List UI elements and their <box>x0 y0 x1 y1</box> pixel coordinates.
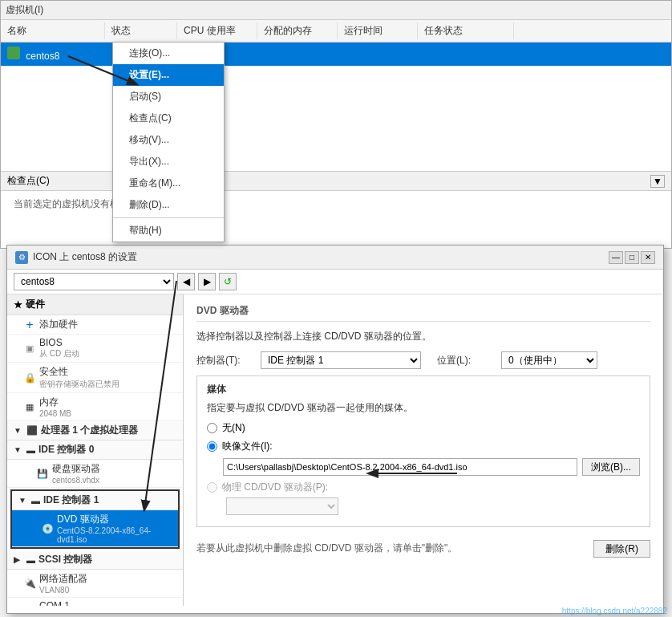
radio-none-label: 无(N) <box>222 421 245 435</box>
radio-iso[interactable] <box>207 441 217 452</box>
dvd-section-title: DVD 驱动器 <box>196 304 650 322</box>
controller-label: 控制器(T): <box>196 354 253 367</box>
hw-processor-content: 处理器 1 个虚拟处理器 <box>41 424 138 437</box>
menu-help[interactable]: 帮助(H) <box>113 220 224 242</box>
ide0-label: IDE 控制器 0 <box>38 443 94 457</box>
iso-path-row: 浏览(B)... <box>223 458 640 476</box>
ide1-expand-icon: ▼ <box>18 496 28 505</box>
expand-icon: ▼ <box>14 426 23 435</box>
media-title: 媒体 <box>207 383 640 396</box>
media-section: 媒体 指定要与虚拟 CD/DVD 驱动器一起使用的媒体。 无(N) 映像文件(I… <box>196 375 650 527</box>
hw-ide0-group[interactable]: ▼ ▬ IDE 控制器 0 <box>7 440 183 460</box>
dialog-title-area: ⚙ ICON 上 centos8 的设置 <box>15 250 137 264</box>
hw-processor-group[interactable]: ▼ ⬛ 处理器 1 个虚拟处理器 <box>7 421 183 440</box>
scsi-expand-icon: ▶ <box>14 555 23 564</box>
col-time: 运行时间 <box>338 22 418 39</box>
vm-task-cell <box>418 53 514 56</box>
radio-physical-label: 物理 CD/DVD 驱动器(P): <box>222 481 328 494</box>
hw-hdd[interactable]: 💾 硬盘驱动器 centos8.vhdx <box>7 460 183 488</box>
menu-start[interactable]: 启动(S) <box>113 86 224 108</box>
ide1-highlighted-box: ▼ ▬ IDE 控制器 1 💿 DVD 驱动器 CentOS-8.2.2004-… <box>10 489 180 549</box>
vm-time-cell <box>338 53 418 56</box>
vm-name-cell: centos8 <box>1 45 105 63</box>
browse-btn[interactable]: 浏览(B)... <box>582 458 640 476</box>
menu-settings[interactable]: 设置(E)... <box>113 64 224 86</box>
prev-btn[interactable]: ◀ <box>177 273 195 290</box>
hw-security[interactable]: 🔒 安全性 密钥存储驱动器已禁用 <box>7 363 183 393</box>
menu-move[interactable]: 移动(V)... <box>113 129 224 151</box>
checkpoint-title: 检查点(C) ▼ <box>1 172 671 191</box>
position-select[interactable]: 0（使用中） <box>501 351 597 369</box>
radio-none[interactable] <box>207 423 217 433</box>
hw-com1-content: COM 1 无 <box>39 600 70 606</box>
menu-delete[interactable]: 删除(D)... <box>113 194 224 216</box>
vm-row[interactable]: centos8 <box>1 43 671 66</box>
position-label: 位置(L): <box>437 354 493 367</box>
net-icon: 🔌 <box>23 577 36 590</box>
hw-memory-content: 内存 2048 MB <box>39 396 71 418</box>
media-desc: 指定要与虚拟 CD/DVD 驱动器一起使用的媒体。 <box>207 401 640 415</box>
settings-dialog: ⚙ ICON 上 centos8 的设置 — □ ✕ centos8 ◀ ▶ ↺… <box>6 245 664 614</box>
dialog-title: ICON 上 centos8 的设置 <box>33 250 137 264</box>
menu-connect[interactable]: 连接(O)... <box>113 43 224 64</box>
hw-net-content: 网络适配器 VLAN80 <box>39 572 87 595</box>
checkpoint-content: 当前选定的虚拟机没有检查点。 <box>1 191 671 217</box>
checkpoint-section: 检查点(C) ▼ 当前选定的虚拟机没有检查点。 <box>1 171 671 243</box>
iso-path-input[interactable] <box>223 458 577 476</box>
physical-drive-select[interactable] <box>226 497 338 515</box>
minimize-btn[interactable]: — <box>609 251 623 264</box>
hw-com1[interactable]: 🔧 COM 1 无 <box>7 598 183 606</box>
radio-physical[interactable] <box>207 482 217 493</box>
hw-hdd-content: 硬盘驱动器 centos8.vhdx <box>52 462 100 485</box>
window-controls: — □ ✕ <box>609 251 655 264</box>
maximize-btn[interactable]: □ <box>625 251 639 264</box>
hw-scsi-group[interactable]: ▶ ▬ SCSI 控制器 <box>7 550 183 570</box>
refresh-btn[interactable]: ↺ <box>219 273 237 290</box>
manager-title: 虚拟机(I) <box>6 3 43 17</box>
ide1-label: IDE 控制器 1 <box>43 493 99 507</box>
bottom-row: 若要从此虚拟机中删除虚拟 CD/DVD 驱动器，请单击"删除"。 删除(R) <box>196 534 650 563</box>
hw-bios[interactable]: ▣ BIOS 从 CD 启动 <box>7 335 183 363</box>
col-cpu: CPU 使用率 <box>177 22 257 39</box>
hw-security-content: 安全性 密钥存储驱动器已禁用 <box>39 365 119 390</box>
controller-row: 控制器(T): IDE 控制器 1 位置(L): 0（使用中） <box>196 351 650 369</box>
context-menu[interactable]: 连接(O)... 设置(E)... 启动(S) 检查点(C) 移动(V)... … <box>112 42 225 242</box>
radio-iso-row: 映像文件(I): <box>207 440 640 453</box>
bottom-note: 若要从此虚拟机中删除虚拟 CD/DVD 驱动器，请单击"删除"。 <box>196 542 457 555</box>
scsi-icon: ▬ <box>26 555 35 565</box>
vm-dropdown[interactable]: centos8 <box>14 273 174 290</box>
col-mem: 分配的内存 <box>257 22 338 39</box>
physical-select-row <box>226 497 640 515</box>
hw-ide1-group[interactable]: ▼ ▬ IDE 控制器 1 <box>12 491 178 510</box>
hw-memory[interactable]: ▦ 内存 2048 MB <box>7 393 183 421</box>
memory-icon: ▦ <box>23 400 36 413</box>
manager-titlebar: 虚拟机(I) <box>1 1 671 20</box>
close-btn[interactable]: ✕ <box>641 251 655 264</box>
hw-dvd-content: DVD 驱动器 CentOS-8.2.2004-x86_64-dvd1.iso <box>57 513 172 544</box>
vm-icon <box>7 47 20 59</box>
radio-none-row: 无(N) <box>207 421 640 435</box>
menu-export[interactable]: 导出(X)... <box>113 151 224 173</box>
hw-add[interactable]: + 添加硬件 <box>7 315 183 335</box>
vmware-manager: 虚拟机(I) 名称 状态 CPU 使用率 分配的内存 运行时间 任务状态 cen… <box>0 0 672 249</box>
hw-add-content: 添加硬件 <box>39 318 78 331</box>
add-icon: + <box>23 319 36 331</box>
bios-icon: ▣ <box>23 342 36 355</box>
vm-table-header: 名称 状态 CPU 使用率 分配的内存 运行时间 任务状态 <box>1 20 671 43</box>
checkpoint-expand-btn[interactable]: ▼ <box>650 175 665 188</box>
col-task: 任务状态 <box>418 22 514 39</box>
hw-net[interactable]: 🔌 网络适配器 VLAN80 <box>7 570 183 598</box>
delete-btn[interactable]: 删除(R) <box>593 540 650 558</box>
controller-select[interactable]: IDE 控制器 1 <box>261 351 421 369</box>
next-btn[interactable]: ▶ <box>198 273 216 290</box>
hw-bios-content: BIOS 从 CD 启动 <box>39 337 79 359</box>
menu-checkpoint[interactable]: 检查点(C) <box>113 108 224 129</box>
settings-dialog-icon: ⚙ <box>15 251 28 264</box>
dialog-toolbar: centos8 ◀ ▶ ↺ <box>7 270 663 294</box>
hw-dvd[interactable]: 💿 DVD 驱动器 CentOS-8.2.2004-x86_64-dvd1.is… <box>12 510 178 547</box>
col-name: 名称 <box>1 22 105 39</box>
menu-rename[interactable]: 重命名(M)... <box>113 173 224 194</box>
cpu-icon: ⬛ <box>26 425 38 436</box>
security-icon: 🔒 <box>23 371 36 384</box>
ide1-icon: ▬ <box>31 496 40 505</box>
